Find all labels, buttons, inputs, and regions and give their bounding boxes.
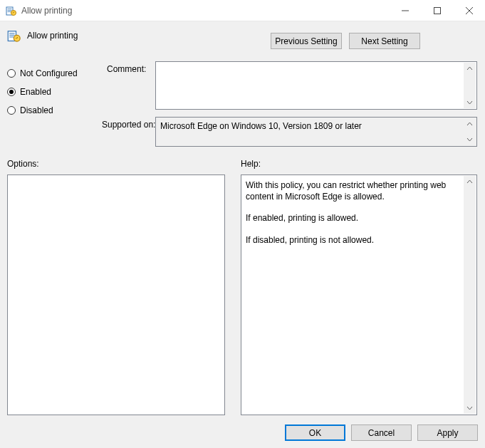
help-pane: With this policy, you can restrict wheth… [241, 174, 477, 415]
titlebar: Allow printing [0, 0, 485, 21]
svg-rect-5 [13, 12, 14, 13]
supported-on-value: Microsoft Edge on Windows 10, Version 18… [160, 121, 462, 131]
policy-icon [6, 5, 17, 16]
cancel-button[interactable]: Cancel [351, 424, 412, 441]
next-setting-button[interactable]: Next Setting [349, 33, 420, 49]
state-radio-group: Not Configured Enabled Disabled [7, 64, 103, 120]
radio-label: Not Configured [20, 68, 78, 78]
help-paragraph: With this policy, you can restrict wheth… [246, 179, 461, 202]
scroll-up-icon[interactable] [464, 63, 476, 75]
radio-enabled[interactable]: Enabled [7, 83, 103, 101]
next-setting-label: Next Setting [361, 36, 407, 46]
scroll-up-icon[interactable] [464, 176, 476, 188]
scroll-down-icon[interactable] [464, 402, 476, 414]
radio-label: Enabled [20, 87, 51, 97]
close-button[interactable] [453, 0, 485, 21]
svg-rect-1 [8, 9, 12, 9]
svg-rect-7 [402, 10, 409, 11]
svg-rect-2 [8, 10, 12, 11]
cancel-label: Cancel [368, 428, 395, 438]
scroll-up-icon[interactable] [464, 118, 476, 130]
comment-scrollbar[interactable] [464, 63, 476, 108]
help-paragraph: If disabled, printing is not allowed. [246, 234, 461, 246]
ok-button[interactable]: OK [285, 424, 345, 441]
help-paragraph: If enabled, printing is allowed. [246, 212, 461, 224]
dialog-body: Allow printing Previous Setting Next Set… [0, 21, 485, 448]
window-title: Allow printing [21, 6, 72, 16]
help-content: With this policy, you can restrict wheth… [246, 179, 461, 256]
scroll-down-icon[interactable] [464, 133, 476, 145]
scroll-down-icon[interactable] [464, 96, 476, 108]
radio-icon [7, 88, 16, 96]
comment-label: Comment: [107, 64, 146, 74]
help-label: Help: [241, 159, 261, 169]
radio-not-configured[interactable]: Not Configured [7, 64, 103, 83]
svg-rect-15 [17, 37, 18, 38]
policy-header-icon [6, 27, 23, 44]
svg-rect-6 [14, 11, 14, 13]
previous-setting-button[interactable]: Previous Setting [271, 33, 342, 49]
ok-label: OK [309, 428, 321, 438]
minimize-button[interactable] [389, 0, 421, 21]
dialog-title: Allow printing [27, 31, 78, 41]
dialog-footer: OK Cancel Apply [285, 424, 478, 441]
svg-rect-14 [16, 38, 17, 38]
options-label: Options: [7, 159, 39, 169]
comment-textarea[interactable] [155, 61, 477, 110]
radio-icon [7, 69, 16, 78]
help-scrollbar[interactable] [464, 176, 476, 414]
radio-label: Disabled [20, 105, 53, 115]
supported-scrollbar[interactable] [464, 118, 476, 145]
apply-button[interactable]: Apply [417, 424, 478, 441]
options-pane: TheWindowsClub [7, 174, 225, 415]
previous-setting-label: Previous Setting [275, 36, 337, 46]
maximize-button[interactable] [421, 0, 453, 21]
svg-rect-11 [9, 35, 15, 36]
supported-on-box: Microsoft Edge on Windows 10, Version 18… [155, 117, 477, 147]
svg-rect-10 [9, 33, 15, 33]
radio-disabled[interactable]: Disabled [7, 101, 103, 120]
apply-label: Apply [437, 428, 458, 438]
supported-on-label: Supported on: [102, 120, 155, 130]
radio-icon [7, 106, 16, 115]
svg-rect-8 [434, 7, 440, 14]
